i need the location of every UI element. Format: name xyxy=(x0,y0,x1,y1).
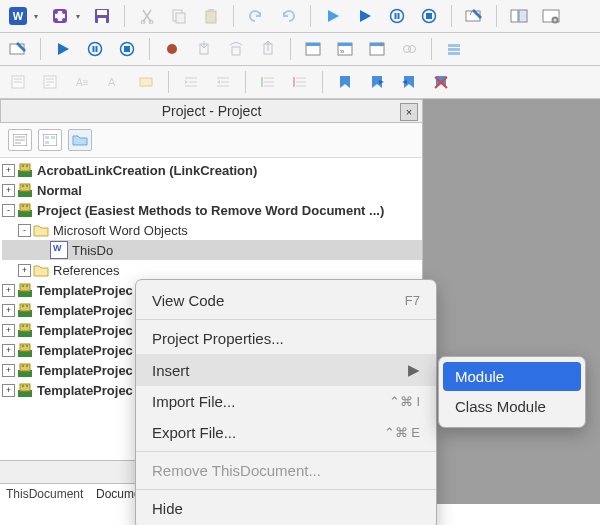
run-alt-icon[interactable] xyxy=(353,4,377,28)
expand-toggle[interactable]: + xyxy=(2,344,15,357)
toolbar-debug: » ! xyxy=(0,33,600,66)
svg-rect-110 xyxy=(22,345,24,347)
svg-point-26 xyxy=(554,19,557,22)
menu-label: View Code xyxy=(152,292,224,309)
svg-rect-40 xyxy=(338,43,352,46)
expand-toggle[interactable]: + xyxy=(18,264,31,277)
svg-rect-114 xyxy=(22,365,24,367)
complete-word-icon[interactable] xyxy=(134,70,158,94)
svg-point-16 xyxy=(391,10,404,23)
expand-toggle[interactable]: - xyxy=(18,224,31,237)
svg-rect-35 xyxy=(232,47,240,55)
context-menu-item[interactable]: View CodeF7 xyxy=(136,285,436,316)
toolbar-edit: A≡ A xyxy=(0,66,600,99)
tree-node[interactable]: +AcrobatLinkCreation (LinkCreation) xyxy=(2,160,422,180)
comment-block-icon[interactable] xyxy=(256,70,280,94)
svg-rect-32 xyxy=(124,46,130,52)
project-explorer-icon[interactable] xyxy=(507,4,531,28)
tree-node[interactable]: +Normal xyxy=(2,180,422,200)
run-icon[interactable] xyxy=(51,37,75,61)
toggle-folders-icon[interactable] xyxy=(68,129,92,151)
next-bookmark-icon[interactable] xyxy=(365,70,389,94)
svg-rect-82 xyxy=(51,136,55,139)
view-object-icon[interactable] xyxy=(38,129,62,151)
immediate-window-icon[interactable]: » xyxy=(333,37,357,61)
insert-submenu[interactable]: ModuleClass Module xyxy=(438,356,586,428)
expand-toggle[interactable]: + xyxy=(2,284,15,297)
uncomment-block-icon[interactable] xyxy=(288,70,312,94)
context-menu[interactable]: View CodeF7Project Properties...Insert▶I… xyxy=(135,279,437,525)
tree-node[interactable]: +References xyxy=(2,260,422,280)
menu-label: Class Module xyxy=(455,398,546,415)
svg-rect-105 xyxy=(20,324,30,331)
design-mode-icon[interactable] xyxy=(462,4,486,28)
tree-label: Normal xyxy=(37,183,82,198)
expand-toggle[interactable]: + xyxy=(2,184,15,197)
context-menu-item[interactable]: Insert▶ xyxy=(136,354,436,386)
expand-toggle[interactable]: + xyxy=(2,364,15,377)
svg-rect-106 xyxy=(22,325,24,327)
submenu-item[interactable]: Module xyxy=(443,362,581,391)
svg-rect-20 xyxy=(426,13,432,19)
property-type: Docume xyxy=(96,487,141,501)
tree-label: TemplateProjec xyxy=(37,303,133,318)
property-name: ThisDocument xyxy=(6,487,96,501)
svg-rect-101 xyxy=(20,304,30,311)
locals-window-icon[interactable] xyxy=(301,37,325,61)
properties-window-icon[interactable] xyxy=(539,4,563,28)
word-app-icon[interactable]: W xyxy=(6,4,30,28)
tree-node[interactable]: -Microsoft Word Objects xyxy=(2,220,422,240)
tree-node[interactable]: -Project (Easiest Methods to Remove Word… xyxy=(2,200,422,220)
prev-bookmark-icon[interactable] xyxy=(397,70,421,94)
breakpoint-icon[interactable] xyxy=(160,37,184,61)
svg-rect-48 xyxy=(448,48,460,51)
outdent-icon[interactable] xyxy=(211,70,235,94)
submenu-item[interactable]: Class Module xyxy=(439,391,585,422)
svg-text:!: ! xyxy=(380,41,382,49)
run-icon[interactable] xyxy=(321,4,345,28)
dropdown-icon[interactable]: ▾ xyxy=(76,12,80,21)
svg-point-5 xyxy=(54,18,58,22)
expand-toggle[interactable]: + xyxy=(2,164,15,177)
quick-info-icon[interactable]: A≡ xyxy=(70,70,94,94)
expand-toggle[interactable]: + xyxy=(2,384,15,397)
context-menu-item[interactable]: Import File...⌃⌘ I xyxy=(136,386,436,417)
tree-node[interactable]: ThisDo xyxy=(2,240,422,260)
close-icon[interactable]: × xyxy=(400,103,418,121)
clear-bookmarks-icon[interactable] xyxy=(429,70,453,94)
design-mode-icon[interactable] xyxy=(6,37,30,61)
tree-label: AcrobatLinkCreation (LinkCreation) xyxy=(37,163,257,178)
parameter-info-icon[interactable]: A xyxy=(102,70,126,94)
view-code-icon[interactable] xyxy=(8,129,32,151)
svg-rect-80 xyxy=(43,134,57,146)
svg-rect-17 xyxy=(395,13,397,19)
context-menu-item[interactable]: Project Properties... xyxy=(136,323,436,354)
watch-window-icon[interactable]: ! xyxy=(365,37,389,61)
list-properties-icon[interactable] xyxy=(6,70,30,94)
svg-point-46 xyxy=(409,46,416,53)
pause-icon[interactable] xyxy=(83,37,107,61)
step-over-icon[interactable] xyxy=(224,37,248,61)
expand-toggle[interactable]: - xyxy=(2,204,15,217)
step-out-icon[interactable] xyxy=(256,37,280,61)
expand-toggle[interactable]: + xyxy=(2,324,15,337)
step-into-icon[interactable] xyxy=(192,37,216,61)
command-icon[interactable] xyxy=(48,4,72,28)
pause-icon[interactable] xyxy=(385,4,409,28)
dropdown-icon[interactable]: ▾ xyxy=(34,12,38,21)
save-icon[interactable] xyxy=(90,4,114,28)
tree-label: ThisDo xyxy=(72,243,113,258)
svg-rect-86 xyxy=(22,165,24,167)
svg-text:»: » xyxy=(340,47,345,56)
toggle-bookmark-icon[interactable] xyxy=(333,70,357,94)
context-menu-item[interactable]: Hide xyxy=(136,493,436,524)
call-stack-icon[interactable] xyxy=(442,37,466,61)
svg-rect-30 xyxy=(96,46,98,52)
quick-watch-icon[interactable] xyxy=(397,37,421,61)
indent-icon[interactable] xyxy=(179,70,203,94)
context-menu-item[interactable]: Export File...⌃⌘ E xyxy=(136,417,436,448)
expand-toggle[interactable]: + xyxy=(2,304,15,317)
list-constants-icon[interactable] xyxy=(38,70,62,94)
stop-icon[interactable] xyxy=(417,4,441,28)
stop-icon[interactable] xyxy=(115,37,139,61)
